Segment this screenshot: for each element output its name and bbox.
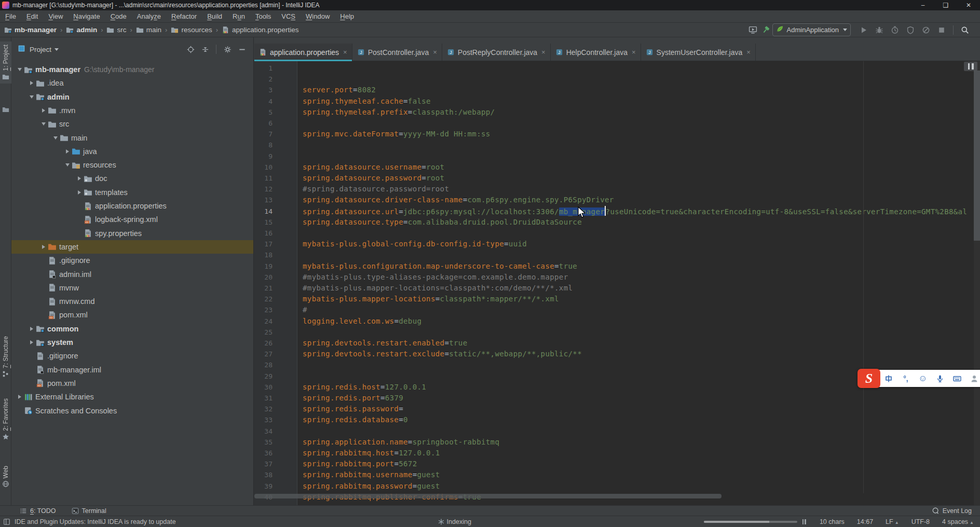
line-number[interactable]: 2 bbox=[254, 74, 273, 85]
menu-file[interactable]: File bbox=[0, 10, 21, 23]
tree-item-application-properties[interactable]: application.properties bbox=[11, 199, 253, 213]
line-number[interactable]: 8 bbox=[254, 140, 273, 150]
editor-tab-application.properties[interactable]: application.properties× bbox=[254, 44, 352, 61]
line-number[interactable]: 14 bbox=[254, 206, 273, 217]
line-number[interactable]: 21 bbox=[254, 283, 273, 294]
tree-item-mvnw[interactable]: mvnw bbox=[11, 281, 253, 295]
tree-item-external-libraries[interactable]: External Libraries bbox=[11, 390, 253, 404]
search-everywhere-button[interactable] bbox=[959, 24, 971, 36]
tree-item-target[interactable]: target bbox=[11, 240, 253, 254]
line-number[interactable]: 24 bbox=[254, 316, 273, 327]
editor-tab-HelpController.java[interactable]: JHelpController.java× bbox=[551, 44, 641, 61]
collapse-all-button[interactable] bbox=[199, 44, 211, 55]
tree-item--mvn[interactable]: .mvn bbox=[11, 104, 253, 117]
tree-item-src[interactable]: src bbox=[11, 117, 253, 131]
menu-edit[interactable]: Edit bbox=[21, 10, 43, 23]
tree-open-arrow-icon[interactable] bbox=[51, 134, 60, 142]
line-number[interactable]: 19 bbox=[254, 261, 273, 272]
line-number[interactable]: 22 bbox=[254, 294, 273, 304]
line-number[interactable]: 34 bbox=[254, 426, 273, 437]
build-hammer-button[interactable] bbox=[761, 24, 770, 36]
tree-item-logback-spring-xml[interactable]: <>logback-spring.xml bbox=[11, 213, 253, 226]
line-number[interactable]: 29 bbox=[254, 371, 273, 382]
tree-open-arrow-icon[interactable] bbox=[16, 65, 24, 74]
tree-item-spy-properties[interactable]: spy.properties bbox=[11, 227, 253, 240]
editor-tab-SystemUserController.java[interactable]: JSystemUserController.java× bbox=[641, 44, 756, 61]
ime-punctuation-button[interactable]: °, bbox=[901, 373, 911, 384]
toolwindow-button-event-log[interactable]: Event Log bbox=[932, 507, 972, 515]
toolwindow-button-terminal[interactable]: Terminal bbox=[72, 507, 106, 515]
tree-item--idea[interactable]: .idea bbox=[11, 76, 253, 90]
coverage-button[interactable] bbox=[905, 24, 916, 36]
tree-item-scratches-and-consoles[interactable]: Scratches and Consoles bbox=[11, 404, 253, 418]
line-number[interactable]: 6 bbox=[254, 118, 273, 129]
locate-button[interactable] bbox=[185, 44, 196, 55]
indent-style[interactable]: 4 spaces▲ bbox=[942, 518, 974, 525]
caret-position[interactable]: 14:67 bbox=[857, 518, 873, 525]
line-number[interactable]: 23 bbox=[254, 304, 273, 315]
close-button[interactable]: ✕ bbox=[957, 0, 980, 10]
horizontal-scrollbar-thumb[interactable] bbox=[254, 494, 722, 498]
chevron-down-icon[interactable] bbox=[55, 48, 59, 51]
tree-item--gitignore[interactable]: .gitignore bbox=[11, 254, 253, 267]
tree-item-doc[interactable]: doc bbox=[11, 172, 253, 185]
stripe-button-1-project[interactable]: 1: Project bbox=[0, 41, 11, 84]
stripe-button-web[interactable]: Web bbox=[0, 466, 11, 488]
tree-closed-arrow-icon[interactable] bbox=[75, 188, 84, 197]
tree-item-mb-manager-iml[interactable]: mb-manager.iml bbox=[11, 363, 253, 377]
breadcrumb-item-src[interactable]: src bbox=[106, 26, 126, 34]
breadcrumb-item-main[interactable]: main bbox=[136, 26, 161, 34]
line-number[interactable]: 12 bbox=[254, 184, 273, 195]
menu-window[interactable]: Window bbox=[301, 10, 335, 23]
maximize-button[interactable]: ❑ bbox=[934, 0, 957, 10]
breadcrumb-item-mb-manager[interactable]: mb-manager bbox=[4, 26, 57, 34]
tab-close-icon[interactable]: × bbox=[632, 49, 636, 56]
run-disabled-button[interactable] bbox=[920, 24, 932, 36]
hide-button[interactable] bbox=[236, 44, 248, 55]
tab-close-icon[interactable]: × bbox=[343, 49, 347, 56]
pause-indexing-icon[interactable] bbox=[802, 519, 806, 524]
line-number[interactable]: 32 bbox=[254, 404, 273, 414]
line-number[interactable]: 28 bbox=[254, 359, 273, 370]
tree-open-arrow-icon[interactable] bbox=[28, 93, 36, 101]
line-number[interactable]: 9 bbox=[254, 151, 273, 162]
tree-item-templates[interactable]: templates bbox=[11, 186, 253, 199]
breadcrumb-item-resources[interactable]: resources bbox=[171, 26, 212, 34]
tab-close-icon[interactable]: × bbox=[746, 49, 751, 56]
run-dashboard-button[interactable] bbox=[748, 24, 757, 36]
stripe-button-7-structure[interactable]: 7: Structure bbox=[0, 336, 11, 378]
line-number[interactable]: 27 bbox=[254, 349, 273, 359]
menu-analyze[interactable]: Analyze bbox=[132, 10, 166, 23]
tree-item-common[interactable]: common bbox=[11, 322, 253, 336]
menu-vcs[interactable]: VCS bbox=[276, 10, 301, 23]
line-number[interactable]: 35 bbox=[254, 437, 273, 448]
tree-item-mvnw-cmd[interactable]: mvnw.cmd bbox=[11, 295, 253, 308]
line-number[interactable]: 31 bbox=[254, 393, 273, 404]
tree-item-java[interactable]: java bbox=[11, 145, 253, 158]
tree-item-admin-iml[interactable]: admin.iml bbox=[11, 268, 253, 281]
tree-closed-arrow-icon[interactable] bbox=[39, 243, 48, 251]
line-number[interactable]: 38 bbox=[254, 469, 273, 480]
tree-item-mb-manager[interactable]: mb-managerG:\study\mb-manager bbox=[11, 63, 253, 76]
line-number[interactable]: 17 bbox=[254, 239, 273, 249]
line-number[interactable]: 39 bbox=[254, 481, 273, 492]
ime-microphone-button[interactable] bbox=[935, 373, 945, 384]
menu-run[interactable]: Run bbox=[227, 10, 250, 23]
tree-closed-arrow-icon[interactable] bbox=[39, 106, 48, 115]
editor-tab-PostReplyController.java[interactable]: JPostReplyController.java× bbox=[442, 44, 551, 61]
line-number[interactable]: 11 bbox=[254, 173, 273, 184]
tree-closed-arrow-icon[interactable] bbox=[28, 79, 36, 87]
vertical-scrollbar-thumb[interactable] bbox=[974, 71, 980, 241]
tree-closed-arrow-icon[interactable] bbox=[63, 147, 72, 156]
tree-item-pom-xml[interactable]: <>pom.xml bbox=[11, 308, 253, 322]
toolwindow-button-6-todo[interactable]: 6: TODO bbox=[20, 507, 56, 515]
gear-button[interactable] bbox=[222, 44, 233, 55]
menu-code[interactable]: Code bbox=[105, 10, 132, 23]
stripe-button-2-favorites[interactable]: 2: Favorites bbox=[0, 398, 11, 440]
stop-button[interactable] bbox=[936, 24, 947, 36]
line-number[interactable]: 36 bbox=[254, 448, 273, 459]
line-number[interactable]: 20 bbox=[254, 272, 273, 283]
status-message[interactable]: IDE and Plugin Updates: IntelliJ IDEA is… bbox=[15, 518, 176, 525]
ime-user-button[interactable] bbox=[969, 373, 979, 384]
file-encoding[interactable]: UTF-8 bbox=[911, 518, 930, 525]
